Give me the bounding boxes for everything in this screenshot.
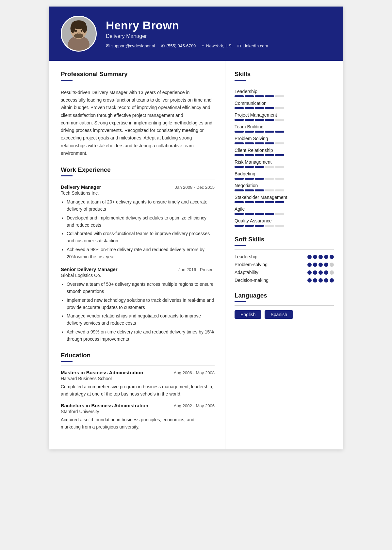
skill-segment: [275, 213, 284, 215]
soft-skill-item: Leadership: [235, 254, 334, 259]
soft-skill-dots: [307, 255, 334, 259]
job-item: Delivery Manager Jan 2008 - Dec 2015 Tec…: [61, 185, 215, 260]
skill-segment: [265, 154, 274, 156]
avatar: [61, 16, 97, 52]
skill-item: Quality Assurance: [235, 218, 334, 227]
soft-skill-dot: [307, 270, 312, 275]
skill-segment: [275, 178, 284, 180]
education-section: Education Masters in Business Administra…: [61, 352, 215, 430]
left-column: Professional Summary Results-driven Deli…: [49, 61, 225, 449]
skills-section: Skills Leadership Communication Project …: [235, 71, 334, 227]
soft-skill-dot: [330, 278, 334, 283]
skill-segment: [235, 189, 244, 191]
svg-point-5: [82, 24, 87, 33]
skill-name: Negotiation: [235, 183, 334, 188]
skill-segment: [275, 95, 284, 97]
soft-skill-dot: [313, 278, 317, 283]
contact-icon: ✆: [161, 43, 165, 48]
soft-skill-dot: [324, 278, 328, 283]
soft-skill-dot: [330, 263, 334, 267]
soft-skill-dot: [307, 255, 312, 259]
skill-segment: [265, 189, 274, 191]
job-bullets: Managed a team of 20+ delivery agents to…: [61, 198, 215, 260]
edu-date: Aug 2006 - May 2008: [174, 370, 215, 375]
skill-name: Agile: [235, 206, 334, 212]
job-bullet: Oversaw a team of 50+ delivery agents ac…: [67, 281, 215, 295]
soft-skill-item: Decision-making: [235, 278, 334, 283]
soft-skills-title: Soft Skills: [235, 236, 334, 243]
skills-underline: [235, 80, 246, 81]
soft-skill-item: Problem-solving: [235, 262, 334, 267]
header-section: Henry Brown Delivery Manager ✉support@cv…: [49, 7, 343, 61]
skill-segment: [245, 178, 254, 180]
skill-segment: [245, 154, 254, 156]
edu-degree: Masters in Business Administration: [61, 370, 143, 375]
skill-segment: [235, 154, 244, 156]
skill-bar: [235, 178, 334, 180]
soft-skill-dot: [307, 278, 312, 283]
soft-skill-dot: [318, 278, 323, 283]
skill-name: Risk Management: [235, 159, 334, 165]
work-experience-section: Work Experience Delivery Manager Jan 200…: [61, 166, 215, 343]
soft-skill-dot: [307, 263, 312, 267]
job-company: Global Logistics Co.: [61, 273, 215, 278]
job-header: Delivery Manager Jan 2008 - Dec 2015: [61, 185, 215, 190]
job-title: Delivery Manager: [61, 185, 101, 190]
soft-skill-dots: [307, 270, 334, 275]
skill-bar: [235, 142, 334, 144]
skill-segment: [275, 166, 284, 168]
soft-skill-dot: [330, 270, 334, 275]
right-column: Skills Leadership Communication Project …: [225, 61, 343, 449]
edu-school: Stanford University: [61, 409, 215, 414]
skill-item: Problem Solving: [235, 136, 334, 144]
skill-segment: [255, 142, 264, 144]
skill-segment: [245, 213, 254, 215]
education-divider: [61, 365, 215, 365]
skill-segment: [265, 131, 274, 133]
skill-bar: [235, 131, 334, 133]
soft-skill-dot: [318, 270, 323, 275]
skill-item: Communication: [235, 101, 334, 109]
skill-segment: [275, 142, 284, 144]
skill-segment: [275, 201, 284, 203]
skill-segment: [265, 119, 274, 121]
skill-item: Agile: [235, 206, 334, 215]
skill-segment: [235, 225, 244, 227]
skill-item: Leadership: [235, 89, 334, 97]
job-bullets: Oversaw a team of 50+ delivery agents ac…: [61, 281, 215, 343]
contact-item: ✉support@cvdesigner.ai: [106, 43, 155, 48]
skill-segment: [245, 131, 254, 133]
skill-segment: [275, 154, 284, 156]
job-company: Tech Solutions Inc.: [61, 190, 215, 196]
jobs-list: Delivery Manager Jan 2008 - Dec 2015 Tec…: [61, 185, 215, 343]
skill-name: Leadership: [235, 89, 334, 94]
soft-skill-dot: [318, 255, 323, 259]
skill-segment: [255, 119, 264, 121]
skill-item: Project Management: [235, 112, 334, 121]
contact-item: inLinkedIn.com: [237, 43, 268, 48]
header-title: Delivery Manager: [106, 33, 331, 39]
skill-item: Budgeting: [235, 171, 334, 180]
svg-point-9: [78, 32, 80, 34]
skill-segment: [235, 213, 244, 215]
language-tags: EnglishSpanish: [235, 310, 334, 319]
edu-header: Masters in Business Administration Aug 2…: [61, 370, 215, 375]
soft-skill-dot: [318, 263, 323, 267]
job-bullet: Collaborated with cross-functional teams…: [67, 230, 215, 245]
skills-title: Skills: [235, 71, 334, 78]
contact-item: ✆(555) 345-6789: [161, 43, 196, 48]
soft-skill-name: Problem-solving: [235, 262, 268, 267]
skill-segment: [245, 119, 254, 121]
skill-segment: [245, 166, 254, 168]
soft-skills-divider: [235, 249, 334, 250]
skill-segment: [245, 225, 254, 227]
skill-segment: [265, 225, 274, 227]
soft-skill-dots: [307, 263, 334, 267]
skill-name: Client Relationship: [235, 148, 334, 153]
skill-name: Communication: [235, 101, 334, 106]
soft-skills-section: Soft Skills Leadership Problem-solving A…: [235, 236, 334, 283]
resume-container: Henry Brown Delivery Manager ✉support@cv…: [49, 7, 343, 449]
soft-skill-dot: [324, 255, 328, 259]
skill-segment: [235, 166, 244, 168]
skill-name: Project Management: [235, 112, 334, 118]
